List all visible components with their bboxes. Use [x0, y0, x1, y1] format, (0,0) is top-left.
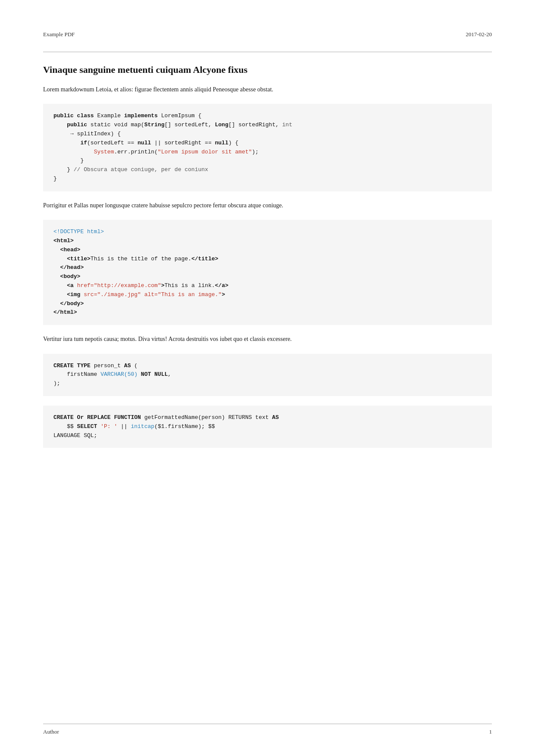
- page: Example PDF 2017-02-20 Vinaque sanguine …: [0, 0, 535, 756]
- paragraph-1: Lorem markdownum Letoia, et alios: figur…: [43, 85, 492, 94]
- paragraph-3: Vertitur iura tum nepotis causa; motus. …: [43, 334, 492, 344]
- paragraph-2: Porrigitur et Pallas nuper longusque cra…: [43, 201, 492, 210]
- java-code-block: public class Example implements LoremIps…: [43, 104, 492, 191]
- sql-code-block-1: CREATE TYPE person_t AS ( firstName VARC…: [43, 354, 492, 396]
- sql-code-block-2: CREATE Or REPLACE FUNCTION getFormattedN…: [43, 406, 492, 448]
- footer-page-number: 1: [489, 728, 492, 735]
- header-date: 2017-02-20: [466, 31, 492, 38]
- page-title: Vinaque sanguine metuenti cuiquam Alcyon…: [43, 64, 492, 75]
- page-header: Example PDF 2017-02-20: [43, 31, 492, 38]
- header-title: Example PDF: [43, 31, 75, 38]
- header-divider: [43, 52, 492, 52]
- page-footer: Author 1: [43, 724, 492, 735]
- html-code-block: <!DOCTYPE html> <html> <head> <title>Thi…: [43, 220, 492, 325]
- footer-author: Author: [43, 728, 59, 735]
